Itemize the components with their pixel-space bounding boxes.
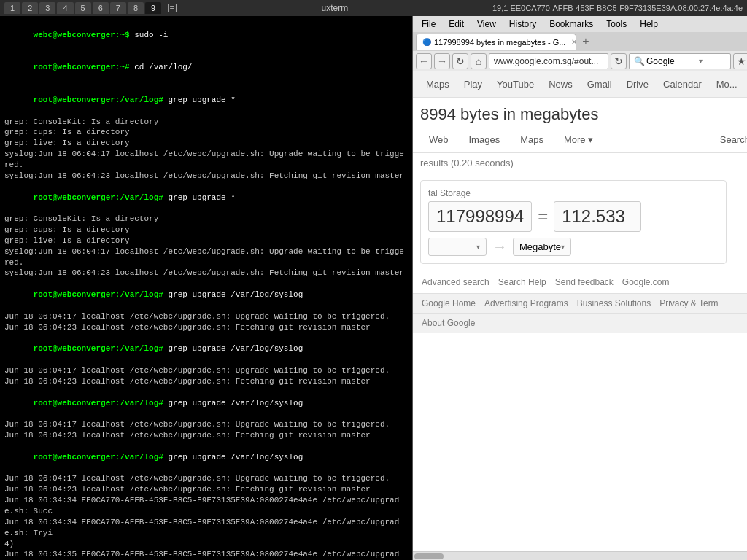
- service-maps[interactable]: Maps: [419, 71, 457, 98]
- service-drive[interactable]: Drive: [619, 71, 656, 98]
- calc-output-unit-label: Megabyte: [519, 241, 561, 252]
- tab-5[interactable]: 5: [75, 2, 91, 14]
- menu-help[interactable]: Help: [634, 18, 664, 31]
- browser-tab-active[interactable]: 🔵 117998994 bytes in megabytes - G... ✕: [416, 34, 576, 50]
- bookmark-btn[interactable]: ★: [733, 53, 747, 69]
- terminal-line: root@webconverger:/var/log# grep upgrade…: [4, 387, 408, 420]
- terminal-prompt: root@webconverger:/var/log#: [34, 453, 163, 462]
- search-tab-maps[interactable]: Maps: [511, 128, 552, 151]
- tab-1[interactable]: 1: [4, 2, 20, 14]
- menu-bookmarks[interactable]: Bookmarks: [543, 18, 599, 31]
- terminal-prompt: root@webconverger:/var/log#: [34, 344, 163, 353]
- terminal-line: Jun 18 06:34:35 EE0CA770-AFFB-453F-B8C5-…: [4, 549, 408, 560]
- terminal-line: 4): [4, 539, 408, 550]
- home-button[interactable]: ⌂: [471, 53, 487, 69]
- footer-business[interactable]: Business Solutions: [577, 298, 651, 308]
- footer-search-help[interactable]: Search Help: [498, 277, 546, 287]
- terminal-line: root@webconverger:/var/log# grep upgrade…: [4, 441, 408, 474]
- menu-file[interactable]: File: [416, 18, 441, 31]
- terminal-cmd: sudo -i: [130, 31, 169, 39]
- tab-close-btn[interactable]: ✕: [571, 38, 576, 46]
- calc-input-unit-label: [435, 241, 438, 252]
- terminal-cmd: grep upgrade *: [163, 193, 236, 202]
- service-play[interactable]: Play: [457, 71, 489, 98]
- terminal-line: Jun 18 06:04:17 localhost /etc/webc/upgr…: [4, 419, 408, 430]
- calc-output-unit[interactable]: Megabyte ▾: [513, 238, 571, 256]
- terminal-line: Jun 18 06:04:17 localhost /etc/webc/upgr…: [4, 473, 408, 484]
- tab-title: 117998994 bytes in megabytes - G...: [434, 38, 565, 47]
- service-calendar[interactable]: Calendar: [656, 71, 709, 98]
- tab-8[interactable]: 8: [128, 2, 144, 14]
- terminal-cmd: cd /var/log/: [130, 63, 193, 71]
- terminal-line: Jun 18 06:34:34 EE0CA770-AFFB-453F-B8C5-…: [4, 495, 408, 517]
- google-footer-bottom: Google Home Advertising Programs Busines…: [413, 293, 747, 313]
- terminal-line: root@webconverger:/var/log# grep upgrade…: [4, 332, 408, 365]
- calc-equals: =: [538, 206, 548, 227]
- menu-tools[interactable]: Tools: [600, 18, 632, 31]
- chevron-down-icon: ▾: [476, 243, 480, 251]
- calc-input-value[interactable]: 117998994: [428, 201, 532, 232]
- terminal-prompt: root@webconverger:/var/log#: [34, 193, 163, 202]
- terminal-cmd: grep upgrade /var/log/syslog: [163, 344, 303, 353]
- search-input[interactable]: [646, 56, 697, 66]
- browser-pane: File Edit View History Bookmarks Tools H…: [412, 16, 747, 560]
- google-services-bar: Maps Play YouTube News Gmail Drive Calen…: [413, 71, 747, 98]
- browser-tab-bar: 🔵 117998994 bytes in megabytes - G... ✕ …: [413, 32, 747, 51]
- search-tab-images[interactable]: Images: [460, 128, 509, 151]
- address-input[interactable]: [489, 53, 608, 69]
- browser-address-bar: ← → ↻ ⌂ ↻ 🔍 ▾ ★ ↓ 👤: [413, 51, 747, 71]
- footer-google-com[interactable]: Google.com: [622, 277, 670, 287]
- search-dropdown-icon[interactable]: ▾: [699, 57, 703, 65]
- tab-7[interactable]: 7: [110, 2, 126, 14]
- horizontal-scrollbar[interactable]: [413, 551, 747, 560]
- terminal-prompt: root@webconverger:/var/log#: [34, 399, 163, 408]
- terminal-line: Jun 18 06:04:23 localhost /etc/webc/upgr…: [4, 376, 408, 387]
- titlebar-appname: uxterm: [177, 3, 492, 13]
- google-footer-links-1: Advanced search Search Help Send feedbac…: [413, 271, 747, 293]
- service-news[interactable]: News: [541, 71, 580, 98]
- terminal-cmd: grep upgrade /var/log/syslog: [163, 453, 303, 462]
- refresh-address-btn[interactable]: ↻: [611, 53, 627, 69]
- terminal-line: Jun 18 06:04:23 localhost /etc/webc/upgr…: [4, 322, 408, 333]
- search-tab-more[interactable]: More ▾: [555, 128, 602, 151]
- terminal-line: syslog:Jun 18 06:04:17 localhost /etc/we…: [4, 246, 408, 268]
- footer-send-feedback[interactable]: Send feedback: [555, 277, 614, 287]
- terminal-pane[interactable]: webc@webconverger:~$ sudo -i root@webcon…: [0, 16, 412, 560]
- new-tab-button[interactable]: +: [578, 34, 594, 50]
- terminal-line: syslog:Jun 18 06:04:17 localhost /etc/we…: [4, 149, 408, 171]
- titlebar: 1 2 3 4 5 6 7 8 9 [=] uxterm 19,1 EE0CA7…: [0, 0, 747, 16]
- terminal-line: grep: live: Is a directory: [4, 236, 408, 246]
- main-content: webc@webconverger:~$ sudo -i root@webcon…: [0, 16, 747, 560]
- footer-about-google[interactable]: About Google: [422, 318, 475, 328]
- terminal-line: Jun 18 06:34:34 EE0CA770-AFFB-453F-B8C5-…: [4, 517, 408, 539]
- footer-advertising[interactable]: Advertising Programs: [484, 298, 568, 308]
- scrollbar-thumb[interactable]: [414, 553, 444, 559]
- back-button[interactable]: ←: [416, 53, 432, 69]
- forward-button[interactable]: →: [434, 53, 450, 69]
- footer-advanced-search[interactable]: Advanced search: [422, 277, 489, 287]
- tab-4[interactable]: 4: [57, 2, 73, 14]
- service-more[interactable]: Mo...: [709, 71, 745, 98]
- tab-6[interactable]: 6: [93, 2, 109, 14]
- terminal-line: Jun 18 06:04:17 localhost /etc/webc/upgr…: [4, 311, 408, 322]
- footer-privacy[interactable]: Privacy & Term: [659, 298, 718, 308]
- search-tools-btn[interactable]: Search tools: [711, 128, 747, 151]
- service-gmail[interactable]: Gmail: [580, 71, 619, 98]
- menu-edit[interactable]: Edit: [443, 18, 470, 31]
- menu-history[interactable]: History: [503, 18, 542, 31]
- menu-view[interactable]: View: [471, 18, 502, 31]
- calc-output-value: 112.533: [554, 201, 641, 232]
- search-box: 🔍 ▾: [629, 53, 731, 69]
- terminal-line: webc@webconverger:~$ sudo -i: [4, 19, 408, 52]
- tab-9[interactable]: 9: [145, 2, 161, 14]
- terminal-line: root@webconverger:~# cd /var/log/: [4, 52, 408, 85]
- service-youtube[interactable]: YouTube: [489, 71, 541, 98]
- terminal-line: grep: ConsoleKit: Is a directory: [4, 214, 408, 225]
- tab-2[interactable]: 2: [22, 2, 38, 14]
- footer-google-home[interactable]: Google Home: [422, 298, 476, 308]
- terminal-prompt: webc@webconverger:~$: [34, 31, 130, 39]
- reload-button[interactable]: ↻: [452, 53, 468, 69]
- search-tab-web[interactable]: Web: [420, 128, 457, 151]
- tab-3[interactable]: 3: [39, 2, 55, 14]
- calc-input-unit[interactable]: ▾: [428, 238, 487, 256]
